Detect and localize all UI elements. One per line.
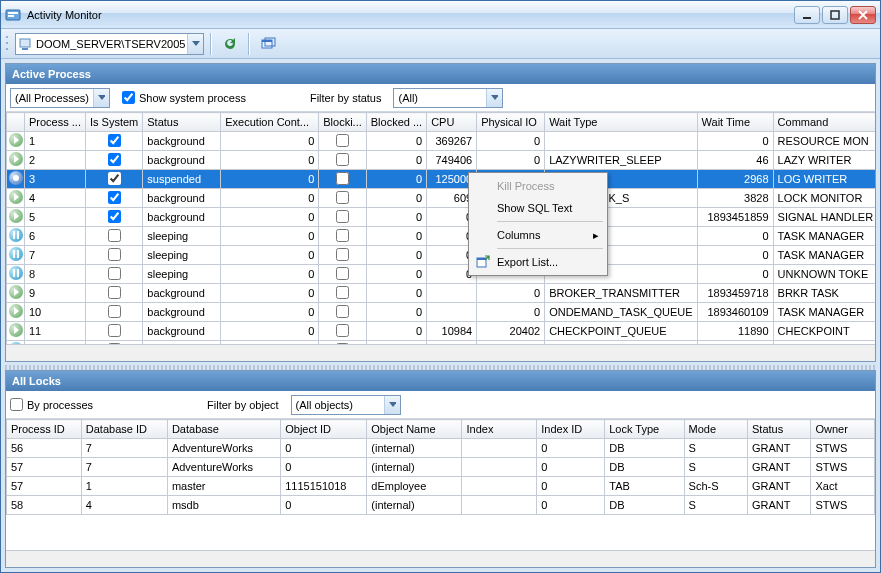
column-header[interactable]: Is System xyxy=(85,113,142,132)
context-menu[interactable]: Kill Process Show SQL Text Columns▸ Expo… xyxy=(468,172,608,276)
status-filter-select[interactable]: (All) xyxy=(393,88,503,108)
server-select[interactable]: DOOM_SERVER\TSERV2005 xyxy=(15,33,204,55)
cell-sys xyxy=(85,322,142,341)
cell-pid: 7 xyxy=(25,246,86,265)
cell-oname: dEmployee xyxy=(367,477,462,496)
process-grid[interactable]: Process ...Is SystemStatusExecution Cont… xyxy=(6,112,875,344)
body-area: Active Process (All Processes) Show syst… xyxy=(1,59,880,572)
table-row[interactable]: 567AdventureWorks0(internal)0DBSGRANTSTW… xyxy=(7,439,875,458)
column-header[interactable]: Blocked ... xyxy=(366,113,426,132)
table-row[interactable]: 2background007494060LAZYWRITER_SLEEP46LA… xyxy=(7,151,876,170)
cell-checkbox xyxy=(108,134,121,147)
column-header[interactable]: Index xyxy=(462,420,537,439)
show-system-checkbox-input[interactable] xyxy=(122,91,135,104)
cell-idx xyxy=(462,439,537,458)
cell-wait: CHECKPOINT_QUEUE xyxy=(545,322,697,341)
cell-iid: 0 xyxy=(537,477,605,496)
cell-exec: 0 xyxy=(221,322,319,341)
cell-cmd: RESOURCE MON xyxy=(773,132,875,151)
column-header[interactable]: Database xyxy=(167,420,280,439)
table-row[interactable]: 1background0036926700RESOURCE MON xyxy=(7,132,876,151)
column-header[interactable]: Wait Type xyxy=(545,113,697,132)
table-row[interactable]: 7sleeping0000TASK MANAGER xyxy=(7,246,876,265)
maximize-button[interactable] xyxy=(822,6,848,24)
column-header[interactable]: Process ... xyxy=(25,113,86,132)
cell-iid: 0 xyxy=(537,496,605,515)
gutter-header xyxy=(7,113,25,132)
menu-show-sql[interactable]: Show SQL Text xyxy=(471,197,605,219)
show-system-checkbox[interactable]: Show system process xyxy=(122,91,246,104)
pause-icon xyxy=(9,266,23,280)
refresh-button[interactable] xyxy=(218,33,242,55)
process-filter-select[interactable]: (All Processes) xyxy=(10,88,110,108)
column-header[interactable]: Object ID xyxy=(281,420,367,439)
table-row[interactable]: 584msdb0(internal)0DBSGRANTSTWS xyxy=(7,496,875,515)
object-filter-select[interactable]: (All objects) xyxy=(291,395,401,415)
by-processes-label: By processes xyxy=(27,399,93,411)
locks-grid[interactable]: Process IDDatabase IDDatabaseObject IDOb… xyxy=(6,419,875,550)
table-row[interactable]: 571master1115151018dEmployee0TABSch-SGRA… xyxy=(7,477,875,496)
cell-pid: 6 xyxy=(25,227,86,246)
column-header[interactable]: Blocki... xyxy=(319,113,367,132)
cell-blocked: 0 xyxy=(366,151,426,170)
cell-wtime: 0 xyxy=(697,227,773,246)
cell-checkbox xyxy=(108,172,121,185)
table-row[interactable]: 577AdventureWorks0(internal)0DBSGRANTSTW… xyxy=(7,458,875,477)
column-header[interactable]: CPU xyxy=(427,113,477,132)
menu-columns[interactable]: Columns▸ xyxy=(471,224,605,246)
active-process-filter-row: (All Processes) Show system process Filt… xyxy=(6,84,875,112)
cell-blocking xyxy=(319,246,367,265)
cell-cmd: LOCK MONITOR xyxy=(773,189,875,208)
by-processes-checkbox[interactable]: By processes xyxy=(10,398,93,411)
by-processes-checkbox-input[interactable] xyxy=(10,398,23,411)
table-row[interactable]: 9background000BROKER_TRANSMITTER18934597… xyxy=(7,284,876,303)
column-header[interactable]: Lock Type xyxy=(605,420,684,439)
column-header[interactable]: Index ID xyxy=(537,420,605,439)
column-header[interactable]: Execution Cont... xyxy=(221,113,319,132)
column-header[interactable]: Mode xyxy=(684,420,747,439)
cell-cmd: LAZY WRITER xyxy=(773,151,875,170)
column-header[interactable]: Status xyxy=(748,420,811,439)
table-row[interactable]: 8sleeping0000UNKNOWN TOKE xyxy=(7,265,876,284)
titlebar[interactable]: Activity Monitor xyxy=(1,1,880,29)
cell-blocked: 0 xyxy=(366,284,426,303)
column-header[interactable]: Object Name xyxy=(367,420,462,439)
cell-pid: 1 xyxy=(25,132,86,151)
menu-export-list[interactable]: Export List... xyxy=(471,251,605,273)
svg-rect-2 xyxy=(8,15,14,17)
cell-pid: 56 xyxy=(7,439,82,458)
cell-cpu xyxy=(427,284,477,303)
column-header[interactable]: Physical IO xyxy=(477,113,545,132)
chevron-down-icon xyxy=(384,396,400,414)
cell-cmd: TASK MANAGER xyxy=(773,246,875,265)
svg-rect-11 xyxy=(262,40,272,42)
play-icon xyxy=(9,209,23,223)
horizontal-scrollbar[interactable] xyxy=(6,344,875,361)
column-header[interactable]: Wait Time xyxy=(697,113,773,132)
close-button[interactable] xyxy=(850,6,876,24)
table-row[interactable]: 6sleeping0000TASK MANAGER xyxy=(7,227,876,246)
column-header[interactable]: Owner xyxy=(811,420,875,439)
cell-oid: 0 xyxy=(281,458,367,477)
table-row[interactable]: 5background000EUP1893451859SIGNAL HANDLE… xyxy=(7,208,876,227)
cell-exec: 0 xyxy=(221,189,319,208)
minimize-button[interactable] xyxy=(794,6,820,24)
new-window-button[interactable] xyxy=(256,33,280,55)
table-row[interactable]: 10background000ONDEMAND_TASK_QUEUE189346… xyxy=(7,303,876,322)
cell-blocking xyxy=(319,208,367,227)
column-header[interactable]: Command xyxy=(773,113,875,132)
cell-sys xyxy=(85,170,142,189)
cell-checkbox xyxy=(108,286,121,299)
horizontal-scrollbar[interactable] xyxy=(6,550,875,567)
table-row[interactable]: 3suspended00125000UE2968LOG WRITER xyxy=(7,170,876,189)
cell-checkbox xyxy=(336,134,349,147)
column-header[interactable]: Database ID xyxy=(81,420,167,439)
cell-pid: 11 xyxy=(25,322,86,341)
table-row[interactable]: 4background00609_DEADLOCK_S3828LOCK MONI… xyxy=(7,189,876,208)
column-header[interactable]: Process ID xyxy=(7,420,82,439)
cell-checkbox xyxy=(336,229,349,242)
column-header[interactable]: Status xyxy=(143,113,221,132)
table-row[interactable]: 11background001098420402CHECKPOINT_QUEUE… xyxy=(7,322,876,341)
cell-wait: LAZYWRITER_SLEEP xyxy=(545,151,697,170)
play-icon xyxy=(9,133,23,147)
